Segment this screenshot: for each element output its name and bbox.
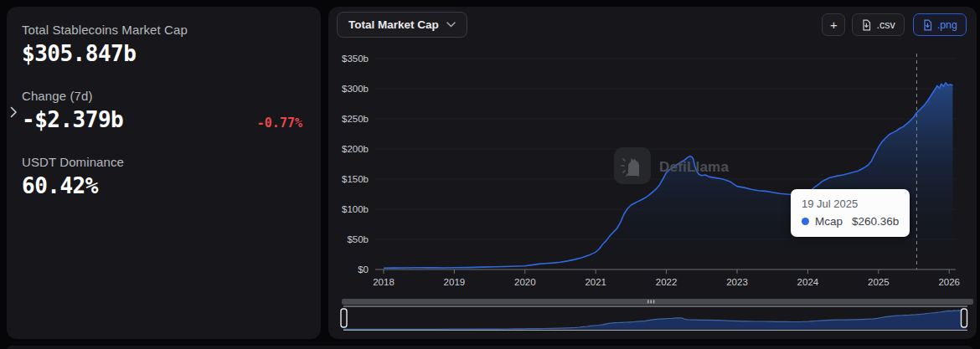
chart-header: Total Market Cap + .csv [337, 12, 967, 38]
x-axis-label: 2022 [656, 277, 678, 287]
tooltip-series-name: Mcap [815, 215, 843, 228]
x-axis-label: 2023 [726, 277, 748, 287]
area-fill [384, 83, 952, 269]
add-chart-button[interactable]: + [822, 13, 845, 36]
y-axis-label: $50b [347, 234, 369, 244]
chart-tooltip: 19 Jul 2025 Mcap $260.36b [791, 189, 910, 237]
slider-grip-icon[interactable] [650, 300, 652, 304]
y-axis-label: $100b [342, 204, 369, 214]
change-7d-percent: -0.77% [257, 115, 302, 131]
file-download-icon [922, 19, 933, 31]
download-png-button[interactable]: .png [913, 13, 967, 36]
metric-dropdown-label: Total Market Cap [348, 18, 439, 31]
x-axis-label: 2026 [938, 277, 960, 287]
chevron-down-icon [446, 22, 456, 28]
x-axis-label: 2020 [514, 277, 536, 287]
y-axis-label: $350b [342, 54, 369, 64]
download-csv-label: .csv [876, 19, 895, 31]
usdt-dominance-label: USDT Dominance [22, 155, 321, 169]
market-cap-label: Total Stablecoins Market Cap [22, 23, 321, 37]
stats-panel: Total Stablecoins Market Cap $305.847b C… [7, 7, 321, 339]
download-png-label: .png [937, 19, 957, 31]
series-dot-icon [802, 218, 809, 225]
y-axis-label: $200b [342, 144, 369, 154]
download-csv-button[interactable]: .csv [852, 13, 904, 36]
y-axis-label: $0 [358, 264, 369, 275]
market-cap-chart[interactable]: $0$50b$100b$150b$200b$250b$300b$350b2018… [328, 7, 977, 339]
brush-handle-left[interactable] [341, 309, 347, 327]
x-axis-label: 2018 [373, 277, 395, 287]
brush-handle-right[interactable] [962, 309, 967, 327]
x-axis-label: 2024 [797, 277, 819, 287]
change-7d-label: Change (7d) [22, 89, 321, 103]
usdt-dominance-value: 60.42% [22, 173, 321, 198]
y-axis-label: $150b [342, 174, 369, 184]
tooltip-date: 19 Jul 2025 [802, 198, 899, 210]
tooltip-series-value: $260.36b [852, 215, 899, 228]
add-chart-label: + [830, 18, 838, 32]
x-axis-label: 2025 [868, 277, 890, 287]
y-axis-label: $300b [342, 84, 369, 94]
stat-change-7d: Change (7d) -$2.379b -0.77% [7, 89, 321, 132]
zoom-slider-bar[interactable] [342, 299, 973, 305]
export-actions: + .csv .png [822, 13, 967, 36]
slider-grip-icon[interactable] [647, 300, 649, 304]
slider-grip-icon[interactable] [653, 300, 655, 304]
expand-chevron-icon[interactable] [10, 106, 18, 118]
y-axis-label: $250b [342, 114, 369, 124]
x-axis-label: 2019 [444, 277, 466, 287]
chart-panel: Total Market Cap + .csv [328, 7, 977, 339]
metric-dropdown[interactable]: Total Market Cap [337, 12, 467, 38]
stat-market-cap: Total Stablecoins Market Cap $305.847b [7, 7, 321, 66]
next-panel-top-edge [7, 346, 973, 349]
change-7d-value: -$2.379b [22, 107, 123, 132]
market-cap-value: $305.847b [22, 41, 321, 66]
stat-usdt-dominance: USDT Dominance 60.42% [7, 155, 321, 198]
file-download-icon [861, 19, 872, 31]
x-axis-label: 2021 [585, 277, 606, 287]
